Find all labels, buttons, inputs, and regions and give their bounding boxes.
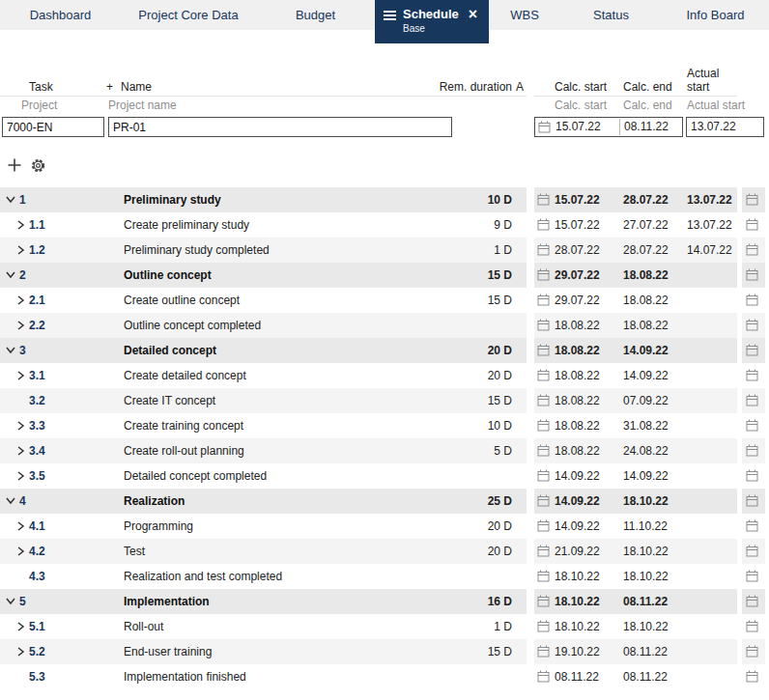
task-dates-row[interactable]: 14.09.2218.10.22 [534, 489, 769, 514]
chevron-right-icon[interactable] [16, 321, 25, 330]
calendar-icon[interactable] [537, 595, 550, 607]
task-row[interactable]: 1.2Preliminary study completed1 D [0, 238, 527, 263]
calendar-icon[interactable] [746, 344, 758, 356]
tab-project-core-data[interactable]: Project Core Data [121, 0, 256, 30]
column-header-actual-start[interactable]: Actual start [687, 67, 737, 94]
tab-dashboard[interactable]: Dashboard [0, 0, 121, 30]
chevron-down-icon[interactable] [6, 496, 15, 505]
task-row[interactable]: 1Preliminary study10 D [0, 187, 527, 212]
calendar-icon[interactable] [537, 243, 550, 256]
calendar-icon[interactable] [746, 218, 758, 231]
task-row[interactable]: 2.1Create outline concept15 D [0, 288, 527, 313]
chevron-right-icon[interactable] [16, 471, 25, 481]
calendar-icon[interactable] [746, 595, 758, 607]
column-header-calc-start[interactable]: Calc. start [555, 80, 607, 94]
column-header-name[interactable]: Name [121, 80, 152, 94]
project-calc-dates-field[interactable]: 15.07.22 08.11.22 [534, 117, 683, 137]
task-dates-row[interactable]: 18.08.2224.08.22 [534, 438, 769, 463]
chevron-right-icon[interactable] [16, 245, 25, 255]
calendar-icon[interactable] [746, 494, 758, 507]
task-row[interactable]: 3.1Create detailed concept20 D [0, 363, 527, 388]
task-row[interactable]: 2.2Outline concept completed [0, 313, 527, 338]
tab-wbs[interactable]: WBS [489, 0, 560, 30]
column-header-actual-truncated[interactable]: A [516, 80, 524, 94]
calendar-icon[interactable] [537, 268, 550, 281]
task-row[interactable]: 3.2Create IT concept15 D [0, 388, 527, 413]
chevron-right-icon[interactable] [16, 647, 25, 657]
project-actual-start-field[interactable]: 13.07.22 [686, 117, 764, 137]
calendar-icon[interactable] [537, 620, 550, 632]
calendar-icon[interactable] [537, 394, 550, 406]
task-dates-row[interactable]: 18.08.2214.09.22 [534, 338, 769, 363]
task-dates-row[interactable]: 29.07.2218.08.22 [534, 263, 769, 288]
task-dates-row[interactable]: 18.08.2218.08.22 [534, 313, 769, 338]
task-dates-row[interactable]: 08.11.2208.11.22 [534, 664, 769, 689]
column-header-task[interactable]: Task [29, 80, 53, 94]
tab-status[interactable]: Status [560, 0, 662, 30]
chevron-right-icon[interactable] [16, 521, 25, 531]
calendar-icon[interactable] [746, 670, 758, 683]
task-dates-row[interactable]: 18.08.2231.08.22 [534, 413, 769, 438]
calendar-icon[interactable] [537, 218, 550, 231]
task-dates-row[interactable]: 18.10.2218.10.22 [534, 564, 769, 589]
task-row[interactable]: 5Implementation16 D [0, 589, 527, 614]
column-header-rem-duration[interactable]: Rem. duration [440, 80, 512, 94]
task-dates-row[interactable]: 18.10.2218.10.22 [534, 614, 769, 639]
task-dates-row[interactable]: 18.08.2207.09.22 [534, 388, 769, 413]
task-dates-row[interactable]: 18.08.2214.09.22 [534, 363, 769, 388]
chevron-right-icon[interactable] [16, 446, 25, 456]
panel-splitter[interactable] [527, 30, 534, 689]
task-row[interactable]: 5.1Roll-out1 D [0, 614, 527, 639]
chevron-right-icon[interactable] [16, 421, 25, 431]
task-dates-row[interactable]: 14.09.2211.10.22 [534, 514, 769, 539]
menu-icon[interactable] [384, 11, 396, 22]
tab-budget[interactable]: Budget [256, 0, 375, 30]
task-dates-row[interactable]: 15.07.2227.07.2213.07.22 [534, 212, 769, 238]
calendar-icon[interactable] [537, 545, 550, 557]
calendar-icon[interactable] [746, 570, 758, 582]
calendar-icon[interactable] [746, 294, 758, 306]
calendar-icon[interactable] [746, 394, 758, 406]
task-row[interactable]: 3.4Create roll-out planning5 D [0, 438, 527, 463]
close-icon[interactable]: × [469, 7, 477, 21]
calendar-icon[interactable] [537, 519, 550, 532]
task-row[interactable]: 4Realization25 D [0, 489, 527, 514]
calendar-icon[interactable] [537, 570, 550, 582]
calendar-icon[interactable] [746, 620, 758, 632]
task-row[interactable]: 3.5Detailed concept completed [0, 463, 527, 489]
task-row[interactable]: 5.3Implementation finished [0, 664, 527, 689]
calendar-icon[interactable] [746, 319, 758, 331]
column-header-calc-end[interactable]: Calc. end [623, 80, 672, 94]
task-dates-row[interactable]: 29.07.2218.08.22 [534, 288, 769, 313]
chevron-right-icon[interactable] [16, 371, 25, 380]
calendar-icon[interactable] [746, 469, 758, 482]
task-row[interactable]: 1.1Create preliminary study9 D [0, 212, 527, 238]
calendar-icon[interactable] [746, 444, 758, 457]
task-row[interactable]: 4.1Programming20 D [0, 514, 527, 539]
add-task-button[interactable] [7, 157, 22, 176]
chevron-down-icon[interactable] [6, 195, 15, 204]
task-row[interactable]: 3.3Create training concept10 D [0, 413, 527, 438]
calendar-icon[interactable] [537, 419, 550, 432]
calendar-icon[interactable] [746, 193, 758, 206]
task-dates-row[interactable]: 15.07.2228.07.2213.07.22 [534, 187, 769, 212]
calendar-icon[interactable] [746, 519, 758, 532]
calendar-icon[interactable] [537, 193, 550, 206]
calendar-icon[interactable] [746, 369, 758, 381]
task-dates-row[interactable]: 14.09.2214.09.22 [534, 463, 769, 489]
calendar-icon[interactable] [746, 268, 758, 281]
task-dates-row[interactable]: 21.09.2218.10.22 [534, 539, 769, 564]
calendar-icon[interactable] [537, 369, 550, 381]
task-dates-row[interactable]: 19.10.2208.11.22 [534, 639, 769, 664]
add-column-icon[interactable]: + [106, 80, 113, 94]
chevron-right-icon[interactable] [16, 295, 25, 305]
chevron-right-icon[interactable] [16, 622, 25, 631]
chevron-down-icon[interactable] [6, 597, 15, 605]
chevron-down-icon[interactable] [6, 346, 15, 354]
calendar-icon[interactable] [538, 121, 551, 133]
task-row[interactable]: 5.2End-user training15 D [0, 639, 527, 664]
calendar-icon[interactable] [537, 670, 550, 683]
project-name-input[interactable] [108, 117, 452, 137]
task-row[interactable]: 3Detailed concept20 D [0, 338, 527, 363]
task-row[interactable]: 4.3Realization and test completed [0, 564, 527, 589]
